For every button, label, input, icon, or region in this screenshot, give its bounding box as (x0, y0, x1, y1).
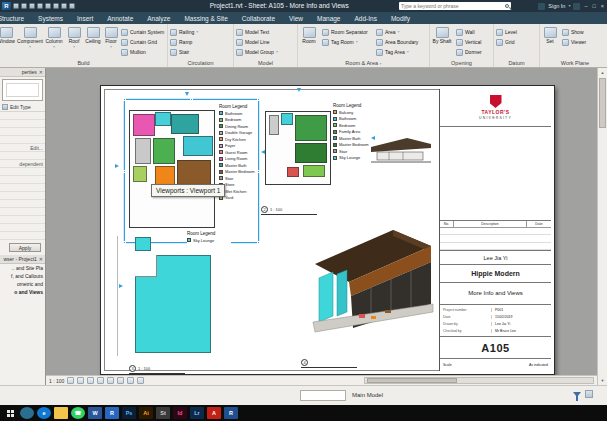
view-scale[interactable]: 1 : 100 (49, 378, 64, 384)
floor-button[interactable]: Floor (103, 25, 119, 58)
model-group-button[interactable]: Model Group (236, 47, 278, 57)
dormer-opening-button[interactable]: Dormer (456, 47, 482, 57)
ribbon-tab[interactable]: Structure (0, 12, 31, 24)
print-icon[interactable] (45, 3, 51, 9)
component-button[interactable]: Component (17, 25, 43, 58)
close-browser-icon[interactable] (39, 256, 43, 262)
elevation-marker-icon[interactable] (371, 136, 375, 140)
property-row[interactable] (0, 176, 45, 184)
property-row[interactable] (0, 216, 45, 224)
drawing-canvas[interactable]: Room Legend Bathroom Bedroom Dining Room (46, 68, 597, 385)
crop-view-icon[interactable] (107, 377, 114, 384)
edit-type-button[interactable]: Edit Type (0, 103, 45, 112)
elevation-marker-icon[interactable] (119, 284, 123, 288)
show-work-plane-button[interactable]: Show (562, 27, 586, 37)
elevation-marker-icon[interactable] (297, 88, 301, 92)
area-boundary-button[interactable]: Area Boundary (376, 37, 422, 47)
crop-region-icon[interactable] (117, 377, 124, 384)
temporary-hide-icon[interactable] (127, 377, 134, 384)
ribbon-tab[interactable]: Manage (310, 12, 348, 24)
panel-label-datum[interactable]: Datum (494, 60, 539, 66)
browser-tree-item[interactable]: o and Views (0, 288, 45, 296)
elevation-marker-icon[interactable] (261, 150, 265, 154)
taskbar-app-icon[interactable]: W (88, 407, 102, 419)
viewport-1[interactable]: Room Legend Bathroom Bedroom Dining Room (124, 99, 259, 243)
viewer-button[interactable]: Viewer (562, 37, 586, 47)
model-text-button[interactable]: Model Text (236, 27, 278, 37)
property-row[interactable] (0, 200, 45, 208)
help-icon[interactable] (573, 3, 580, 10)
taskbar-app-icon[interactable] (54, 407, 68, 419)
taskbar-app-icon[interactable]: A (207, 407, 221, 419)
horizontal-scrollbar[interactable] (364, 377, 594, 384)
taskbar-app-icon[interactable] (20, 407, 34, 419)
taskbar-app-icon[interactable]: R (105, 407, 119, 419)
property-row[interactable] (0, 136, 45, 144)
3d-view-icon[interactable] (69, 3, 75, 9)
area-button[interactable]: Area (376, 27, 422, 37)
ceiling-button[interactable]: Ceiling (83, 25, 103, 58)
tag-room-button[interactable]: Tag Room (322, 37, 372, 47)
property-row[interactable] (0, 224, 45, 232)
panel-label-build[interactable]: Build (0, 60, 167, 66)
level-button[interactable]: Level (496, 27, 517, 37)
shadows-icon[interactable] (97, 377, 104, 384)
vertical-scroll-thumb[interactable] (599, 78, 606, 128)
type-selector[interactable] (2, 79, 43, 101)
ribbon-tab[interactable]: Annotate (100, 12, 140, 24)
ribbon-tab[interactable]: Modify (384, 12, 417, 24)
vertical-opening-button[interactable]: Vertical (456, 37, 482, 47)
horizontal-scroll-thumb[interactable] (367, 378, 457, 383)
elevation-marker-icon[interactable] (185, 92, 189, 96)
taskbar-app-icon[interactable]: ☎ (71, 407, 85, 419)
property-row[interactable] (0, 168, 45, 176)
browser-tree-item[interactable]: ometric and (0, 280, 45, 288)
panel-label-model[interactable]: Model (234, 60, 297, 66)
tag-area-button[interactable]: Tag Area (376, 47, 422, 57)
property-row[interactable]: Edit... (0, 144, 45, 152)
measure-icon[interactable] (53, 3, 59, 9)
exchange-icon[interactable] (538, 3, 545, 10)
stair-button[interactable]: Stair (170, 47, 198, 57)
property-row[interactable] (0, 128, 45, 136)
ribbon-tab[interactable]: Collaborate (235, 12, 282, 24)
redo-icon[interactable] (37, 3, 43, 9)
sun-path-icon[interactable] (87, 377, 94, 384)
panel-label-circulation[interactable]: Circulation (168, 60, 233, 66)
minimize-button[interactable]: – (583, 3, 588, 9)
roof-button[interactable]: Roof (65, 25, 83, 58)
taskbar-app-icon[interactable]: Ps (122, 407, 136, 419)
detail-level-icon[interactable] (67, 377, 74, 384)
panel-label-opening[interactable]: Opening (430, 60, 493, 66)
property-row[interactable] (0, 112, 45, 120)
viewport-roof-plan[interactable]: Room Legend Sky Lounge (129, 229, 233, 361)
open-icon[interactable] (13, 3, 19, 9)
ribbon-tab[interactable]: Analyze (140, 12, 177, 24)
property-row[interactable] (0, 184, 45, 192)
browser-tree-item[interactable]: .. and Site Pla (0, 264, 45, 272)
elevation-marker-icon[interactable] (115, 164, 119, 168)
taskbar-app-icon[interactable]: Lr (190, 407, 204, 419)
by-shaft-button[interactable]: By Shaft (430, 25, 454, 58)
worksets-box[interactable] (300, 390, 346, 401)
property-row[interactable]: dependent (0, 160, 45, 168)
maximize-button[interactable]: □ (591, 3, 596, 9)
taskbar-app-icon[interactable]: St (156, 407, 170, 419)
search-input[interactable] (401, 3, 503, 10)
property-row[interactable] (0, 208, 45, 216)
reveal-hidden-icon[interactable] (137, 377, 144, 384)
close-button[interactable]: × (600, 3, 605, 9)
grid-button[interactable]: Grid (496, 37, 517, 47)
ramp-button[interactable]: Ramp (170, 37, 198, 47)
property-row[interactable] (0, 232, 45, 240)
browser-tree-item[interactable]: f, and Callouts (0, 272, 45, 280)
taskbar-app-icon[interactable]: Id (173, 407, 187, 419)
room-separator-button[interactable]: Room Separator (322, 27, 372, 37)
panel-label-work-plane[interactable]: Work Plane (540, 60, 607, 66)
scroll-up-icon[interactable]: ▲ (598, 68, 607, 77)
ribbon-tab[interactable]: View (282, 12, 310, 24)
apply-button[interactable]: Apply (9, 243, 41, 252)
taskbar-app-icon[interactable]: R (224, 407, 238, 419)
revit-logo-icon[interactable]: R (2, 2, 11, 10)
select-toggle-icon[interactable] (585, 390, 593, 398)
